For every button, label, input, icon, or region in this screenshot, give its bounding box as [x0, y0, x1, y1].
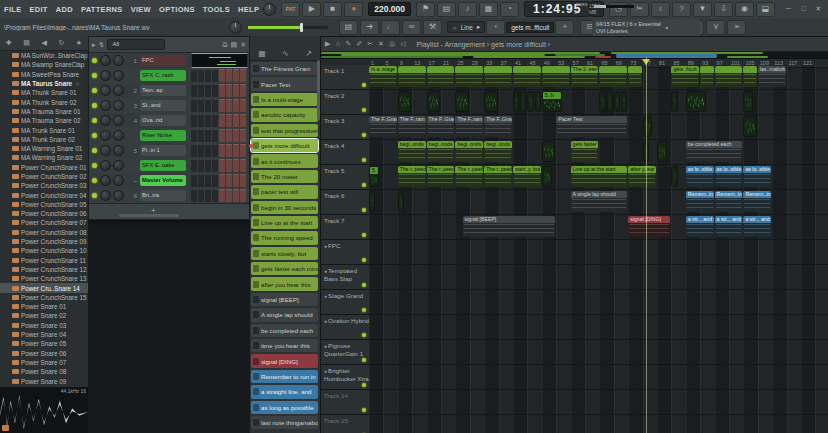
step-cell[interactable] [219, 84, 225, 97]
master-pitch-knob[interactable] [229, 21, 242, 34]
clip[interactable]: The r..peed [427, 166, 455, 187]
volume-knob[interactable] [113, 100, 124, 111]
cut-icon[interactable]: ✂ [630, 2, 649, 17]
clip[interactable] [671, 166, 677, 187]
track-lane[interactable] [369, 415, 828, 433]
clip[interactable] [535, 91, 541, 112]
channel-button[interactable]: Pi..in 1 [140, 145, 186, 156]
clip[interactable]: Remem..in [743, 191, 771, 212]
timer-icon[interactable]: ◷ [609, 2, 628, 17]
step-cell[interactable] [198, 189, 204, 202]
browser-item[interactable]: Power Snare 08 [0, 367, 88, 376]
step-cell[interactable] [233, 144, 239, 157]
pan-knob[interactable] [100, 55, 111, 66]
volume-knob[interactable] [113, 70, 124, 81]
clip[interactable] [743, 116, 756, 137]
volume-knob[interactable] [113, 115, 124, 126]
stop-button[interactable]: ■ [323, 2, 342, 17]
channel-enable-led[interactable] [92, 178, 97, 183]
step-cell[interactable] [198, 84, 204, 97]
channel-button[interactable]: Tem..ap [140, 85, 186, 96]
pan-knob[interactable] [100, 160, 111, 171]
clip[interactable]: a str.., and [743, 216, 771, 237]
step-cell[interactable] [240, 129, 246, 142]
step-cell[interactable] [219, 159, 225, 172]
keyboard-piano-icon[interactable]: ▤ [339, 20, 358, 35]
step-cell[interactable] [219, 99, 225, 112]
step-cell[interactable] [212, 129, 218, 142]
step-cell[interactable] [212, 99, 218, 112]
channel-enable-led[interactable] [92, 163, 97, 168]
track-mute-led[interactable] [362, 133, 366, 137]
step-cell[interactable] [233, 129, 239, 142]
browser-item[interactable]: Power CrunchSnare 11 [0, 256, 88, 265]
play-sample-icon[interactable]: ◀ [41, 39, 46, 47]
track-header[interactable]: ●FPC [321, 240, 369, 264]
pattern-next-button[interactable]: + [555, 20, 574, 35]
browser-item[interactable]: Power CrunchSnare 03 [0, 181, 88, 190]
clip[interactable]: The r..peed [455, 166, 483, 187]
channel-button[interactable]: SFX C..rash [140, 70, 186, 81]
step-cell[interactable] [219, 114, 225, 127]
menu-edit[interactable]: EDIT [25, 5, 51, 14]
browser-item[interactable]: Power CrunchSnare 02 [0, 172, 88, 181]
track-lane[interactable]: Is a..stageThe 2..etergets..ficultlas..m… [369, 65, 828, 89]
clip[interactable]: a str.., and [715, 216, 743, 237]
clip[interactable] [621, 91, 627, 112]
channel-button[interactable]: SFX E..uake [140, 160, 186, 171]
play-icon[interactable]: ▶ [325, 40, 330, 48]
clip[interactable]: be completed each [686, 141, 743, 162]
pattern-item[interactable]: as it continues [250, 153, 320, 168]
channel-selector[interactable]: 1 [126, 58, 137, 64]
browser-item[interactable]: MA Warning Snare 02 [0, 153, 88, 162]
clip[interactable]: a str.., and [686, 216, 714, 237]
pattern-item[interactable]: a straight line, and [250, 384, 320, 399]
clip[interactable]: Is a..stage [369, 66, 397, 87]
browser-item[interactable]: MA Trunk Snare 02 [0, 135, 88, 144]
step-cell[interactable] [198, 114, 204, 127]
rack-close-icon[interactable]: ✕ [240, 41, 246, 49]
browser-item[interactable]: Power Snare 06 [0, 349, 88, 358]
menu-view[interactable]: VIEW [127, 5, 155, 14]
clip[interactable] [599, 91, 605, 112]
step-cell[interactable] [212, 84, 218, 97]
step-cell[interactable] [219, 129, 225, 142]
pattern-item[interactable]: gets more difficult [250, 138, 320, 153]
clip[interactable] [542, 66, 570, 87]
pattern-item[interactable]: starts slowly, but [250, 246, 320, 261]
track-mute-led[interactable] [362, 333, 366, 337]
clip[interactable]: signal [DING] [628, 216, 670, 237]
channel-selector[interactable]: 2 [126, 88, 137, 94]
step-cell[interactable] [198, 174, 204, 187]
rack-play-icon[interactable]: ▸ [92, 41, 96, 49]
clip[interactable] [614, 91, 620, 112]
typing-keyboard-icon[interactable]: ▤ [437, 2, 456, 17]
browser-item[interactable]: Power Snare 01 [0, 302, 88, 311]
pattern-item[interactable]: as long as possible [250, 400, 320, 415]
track-lane[interactable] [369, 315, 828, 339]
channel-selector[interactable]: 5 [126, 148, 137, 154]
clip[interactable]: after y..ear this [628, 166, 656, 187]
browser-item[interactable]: Power CrunchSnare 01 [0, 163, 88, 172]
track-header[interactable]: Track 15 [321, 415, 369, 433]
channel-selector[interactable]: 6 [126, 193, 137, 199]
clip[interactable] [743, 66, 756, 87]
pattern-item[interactable]: The Fitness Gram [250, 61, 320, 76]
browser-item[interactable]: Power Snare 09 [0, 376, 88, 385]
track-lane[interactable] [369, 340, 828, 364]
metronome-icon[interactable]: ♪ [458, 2, 477, 17]
clip[interactable]: The F..ram [398, 116, 426, 137]
step-cell[interactable] [233, 189, 239, 202]
browser-item[interactable]: MA SunWor..SnareClap [0, 51, 88, 60]
step-sequencer[interactable] [191, 99, 246, 112]
tempo-display[interactable]: 220.000 [368, 2, 411, 16]
channel-enable-led[interactable] [92, 118, 97, 123]
snap-selector[interactable]: ∩ Line ▸ [447, 21, 485, 33]
volume-knob[interactable] [113, 190, 124, 201]
browser-item[interactable]: Power CrunchSnare 10 [0, 246, 88, 255]
clip[interactable] [427, 91, 440, 112]
menu-help[interactable]: HELP [234, 5, 263, 14]
step-cell[interactable] [198, 69, 204, 82]
step-cell[interactable] [226, 84, 232, 97]
clip[interactable] [607, 91, 613, 112]
